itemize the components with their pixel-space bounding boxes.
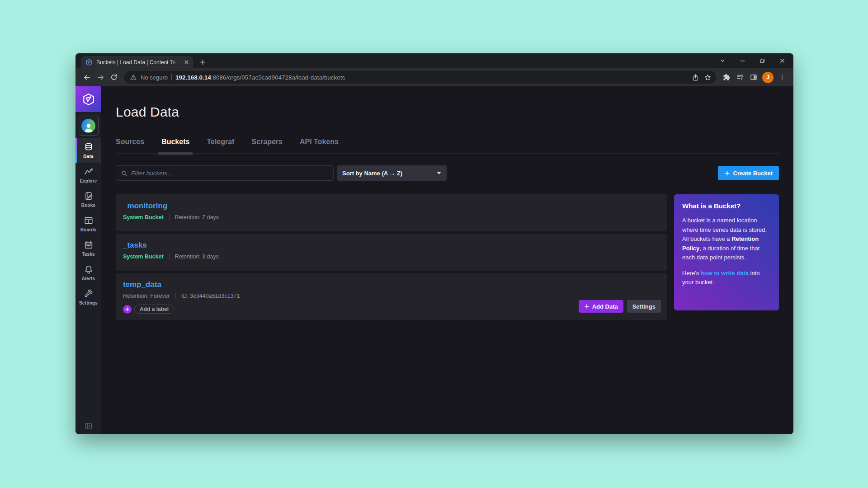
- bucket-name-link[interactable]: _tasks: [123, 241, 147, 250]
- share-icon[interactable]: [692, 74, 699, 81]
- tab-buckets[interactable]: Buckets: [161, 138, 189, 146]
- chevron-down-icon: [437, 172, 441, 174]
- influxdb-logo[interactable]: [75, 86, 101, 112]
- browser-tab[interactable]: Buckets | Load Data | Content Te: [81, 56, 193, 68]
- sidebar-item-explore[interactable]: Explore: [75, 163, 101, 187]
- app-sidebar: Data Explore Books: [75, 86, 101, 434]
- browser-tab-strip: Buckets | Load Data | Content Te: [75, 53, 793, 68]
- filter-buckets-field: [116, 165, 334, 181]
- bucket-name-link[interactable]: temp_data: [123, 280, 161, 289]
- media-controls-icon[interactable]: [733, 70, 747, 84]
- tab-scrapers[interactable]: Scrapers: [251, 138, 283, 146]
- sidebar-item-label: Data: [83, 154, 93, 159]
- bucket-id-text: ID: 3e3440a51d3c1371: [181, 293, 240, 299]
- bucket-row-tasks: _tasks System Bucket Retention: 3 days: [116, 234, 667, 271]
- side-panel-icon[interactable]: [747, 70, 760, 84]
- browser-window: Buckets | Load Data | Content Te: [75, 53, 793, 434]
- add-label-plus-button[interactable]: [123, 305, 132, 314]
- back-icon[interactable]: [80, 70, 94, 84]
- sidebar-item-boards[interactable]: Boards: [75, 211, 101, 236]
- new-tab-button[interactable]: [197, 56, 208, 68]
- bookmark-star-icon[interactable]: [704, 74, 712, 81]
- how-to-write-data-link[interactable]: how to write data: [701, 270, 749, 277]
- omnibox-separator: [171, 74, 172, 80]
- forward-icon[interactable]: [94, 70, 107, 84]
- bucket-name-link[interactable]: _monitoring: [123, 202, 167, 211]
- close-tab-icon[interactable]: [184, 59, 189, 65]
- influxdb-favicon-icon: [85, 59, 93, 66]
- bucket-row-temp-data: temp_data Retention: Forever ID: 3e3440a…: [116, 273, 667, 320]
- sidebar-item-label: Books: [81, 203, 96, 208]
- browser-menu-dots-icon[interactable]: [775, 70, 789, 84]
- add-label-button[interactable]: Add a label: [134, 305, 174, 314]
- add-data-button[interactable]: Add Data: [579, 300, 623, 313]
- browser-toolbar: No seguro 192.168.0.14:8086/orgs/057ac5c…: [75, 68, 793, 86]
- address-bar[interactable]: No seguro 192.168.0.14:8086/orgs/057ac5c…: [124, 71, 716, 84]
- tab-search-chevron-icon[interactable]: [714, 55, 731, 67]
- page-title: Load Data: [116, 104, 779, 120]
- bucket-settings-button[interactable]: Settings: [627, 300, 661, 313]
- sidebar-item-alerts[interactable]: Alerts: [75, 260, 101, 285]
- sidebar-item-label: Alerts: [82, 276, 95, 281]
- url-text: 192.168.0.14:8086/orgs/057ac5cad904728a/…: [175, 74, 688, 81]
- tab-telegraf[interactable]: Telegraf: [207, 138, 234, 146]
- browser-profile-avatar[interactable]: J: [762, 72, 774, 83]
- extensions-puzzle-icon[interactable]: [720, 70, 733, 84]
- main-content: Load Data Sources Buckets Telegraf Scrap…: [101, 86, 793, 434]
- sidebar-item-settings[interactable]: Settings: [75, 285, 101, 309]
- info-panel-footer: Here's how to write data into your bucke…: [682, 269, 771, 287]
- separator: [175, 293, 176, 299]
- security-label: No seguro: [141, 74, 168, 81]
- sidebar-item-tasks[interactable]: Tasks: [75, 236, 101, 260]
- separator: [169, 253, 170, 260]
- sidebar-item-label: Tasks: [82, 252, 95, 257]
- retention-text: Retention: 7 days: [175, 214, 219, 221]
- tab-api-tokens[interactable]: API Tokens: [300, 138, 339, 146]
- info-panel-body: A bucket is a named location where time …: [682, 216, 771, 263]
- retention-text: Retention: 3 days: [175, 253, 219, 260]
- sort-dropdown-label: Sort by Name (A → Z): [342, 170, 437, 177]
- sidebar-item-label: Explore: [80, 178, 97, 183]
- sidebar-expand-toggle[interactable]: [75, 422, 101, 431]
- tab-title: Buckets | Load Data | Content Te: [96, 59, 180, 66]
- sidebar-item-books[interactable]: Books: [75, 187, 101, 211]
- user-avatar-icon: [81, 119, 95, 133]
- minimize-button[interactable]: [734, 55, 751, 67]
- restore-button[interactable]: [754, 55, 771, 67]
- reload-icon[interactable]: [107, 70, 121, 84]
- plus-icon: [724, 170, 730, 176]
- system-bucket-badge: System Bucket: [123, 253, 164, 260]
- filter-buckets-input[interactable]: [131, 170, 329, 177]
- separator: [169, 214, 170, 221]
- plus-icon: [584, 304, 590, 309]
- tab-sources[interactable]: Sources: [116, 138, 144, 146]
- search-icon: [121, 170, 127, 177]
- user-avatar-button[interactable]: [79, 116, 99, 136]
- sidebar-item-label: Boards: [80, 227, 97, 232]
- bucket-row-monitoring: _monitoring System Bucket Retention: 7 d…: [116, 194, 667, 231]
- what-is-a-bucket-panel: What is a Bucket? A bucket is a named lo…: [674, 194, 779, 310]
- retention-text: Retention: Forever: [123, 293, 170, 299]
- sidebar-item-data[interactable]: Data: [75, 138, 101, 163]
- bucket-list: _monitoring System Bucket Retention: 7 d…: [116, 194, 667, 322]
- sidebar-item-label: Settings: [79, 300, 98, 305]
- load-data-tabs: Sources Buckets Telegraf Scrapers API To…: [116, 138, 779, 154]
- create-bucket-button[interactable]: Create Bucket: [718, 166, 779, 180]
- info-panel-title: What is a Bucket?: [682, 202, 771, 210]
- not-secure-warning-icon[interactable]: [130, 74, 137, 81]
- system-bucket-badge: System Bucket: [123, 214, 164, 221]
- close-window-button[interactable]: [774, 55, 791, 67]
- sort-dropdown[interactable]: Sort by Name (A → Z): [337, 165, 447, 181]
